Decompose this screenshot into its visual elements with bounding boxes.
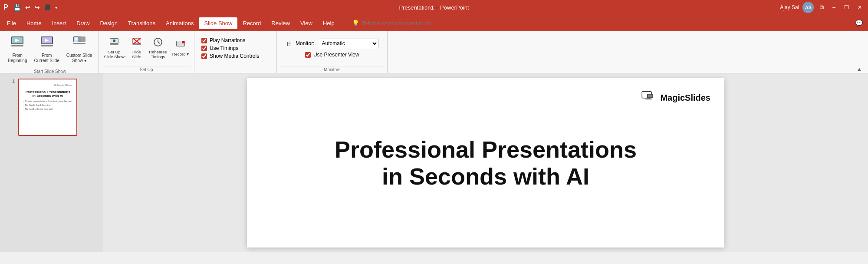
group-setup: Set UpSlide Show HideSlide RehearseTimin… [99, 31, 194, 73]
slide-thumbnail[interactable]: 🖼 MagicSlides Professional Presentations… [18, 79, 77, 136]
user-name: Ajay Sai [780, 4, 799, 10]
presenter-view-row: Use Presenter View [305, 52, 359, 58]
menu-transitions[interactable]: Transitions [123, 17, 161, 29]
monitor-label: Monitor: [296, 40, 314, 46]
main-area: 1 🖼 MagicSlides Professional Presentatio… [0, 73, 868, 252]
setup-show-button[interactable]: Set UpSlide Show [102, 36, 126, 60]
record-icon [176, 40, 185, 51]
setup-show-icon [109, 37, 119, 49]
svg-rect-21 [132, 44, 141, 45]
monitors-label: Monitors [280, 66, 384, 73]
svg-rect-7 [41, 45, 53, 46]
start-slideshow-buttons: FromBeginning FromCurrent Slide Custom S… [5, 31, 95, 67]
tell-me-input[interactable] [362, 20, 457, 26]
setup-label: Set Up [102, 66, 191, 73]
svg-rect-31 [648, 95, 652, 97]
from-current-label: FromCurrent Slide [34, 53, 59, 63]
from-current-button[interactable]: FromCurrent Slide [31, 33, 62, 65]
quick-undo-icon[interactable]: ↩ [24, 3, 31, 12]
restore-down-btn[interactable]: ⧉ [817, 3, 826, 12]
from-current-icon [40, 35, 54, 52]
play-narrations-input[interactable] [201, 38, 207, 43]
svg-point-27 [182, 41, 184, 43]
tell-me-bar[interactable]: 💡 [349, 20, 461, 26]
play-narrations-checkbox[interactable]: Play Narrations [201, 37, 245, 43]
menu-home[interactable]: Home [21, 17, 47, 29]
thumb-bullets: • Create presentations from text, youtub… [23, 99, 72, 111]
quick-save-icon[interactable]: 💾 [13, 3, 22, 12]
menu-insert[interactable]: Insert [47, 17, 72, 29]
user-avatar[interactable]: AS [802, 2, 814, 13]
group-start-slideshow: FromBeginning FromCurrent Slide Custom S… [2, 31, 99, 73]
ribbon: FromBeginning FromCurrent Slide Custom S… [0, 31, 868, 73]
menu-review[interactable]: Review [266, 17, 295, 29]
setup-show-label: Set UpSlide Show [104, 50, 125, 59]
from-beginning-button[interactable]: FromBeginning [5, 33, 30, 65]
slide-canvas[interactable]: MagicSlides Professional Presentations i… [247, 78, 724, 248]
slide-panel: 1 🖼 MagicSlides Professional Presentatio… [0, 73, 103, 252]
hide-slide-button[interactable]: HideSlide [128, 36, 145, 60]
magic-slides-icon [641, 89, 657, 107]
use-timings-input[interactable] [201, 46, 207, 51]
custom-show-label: Custom SlideShow ▾ [66, 53, 92, 63]
from-beginning-icon [10, 35, 24, 52]
menu-record[interactable]: Record [237, 17, 266, 29]
quick-present-icon[interactable]: ⬛ [43, 3, 52, 11]
record-label: Record ▾ [172, 52, 189, 56]
minimize-button[interactable]: – [830, 3, 838, 11]
menu-bar: File Home Insert Draw Design Transitions… [0, 15, 868, 31]
use-timings-checkbox[interactable]: Use Timings [201, 45, 238, 51]
hide-slide-icon [132, 37, 141, 49]
thumb-logo: 🖼 MagicSlides [54, 84, 72, 86]
slide-main-title: Professional Presentations in Seconds wi… [317, 136, 654, 190]
monitor-icon: 🖥 [286, 40, 292, 47]
svg-rect-11 [73, 43, 85, 44]
menu-help[interactable]: Help [318, 17, 340, 29]
show-media-controls-checkbox[interactable]: Show Media Controls [201, 53, 259, 59]
rehearse-timings-icon [153, 37, 163, 49]
hide-slide-label: HideSlide [132, 50, 141, 59]
show-media-controls-label: Show Media Controls [210, 53, 259, 59]
slide-number: 1 [12, 79, 15, 84]
quick-redo-icon[interactable]: ↪ [34, 3, 41, 12]
show-media-controls-input[interactable] [201, 53, 207, 59]
rehearse-timings-label: RehearseTimings [149, 50, 167, 59]
ribbon-content: FromBeginning FromCurrent Slide Custom S… [0, 31, 868, 73]
menu-slideshow[interactable]: Slide Show [199, 17, 237, 29]
menu-animations[interactable]: Animations [161, 17, 199, 29]
magic-slides-text: MagicSlides [660, 93, 710, 103]
menu-view[interactable]: View [295, 17, 318, 29]
presenter-view-checkbox[interactable] [305, 52, 311, 58]
title-bar-left: P 💾 ↩ ↪ ⬛ ▾ [3, 3, 58, 12]
title-bar-right: Ajay Sai AS ⧉ – ❐ ✕ [780, 2, 865, 13]
svg-rect-10 [78, 36, 85, 42]
close-button[interactable]: ✕ [855, 3, 865, 11]
menu-draw[interactable]: Draw [71, 17, 95, 29]
custom-show-icon [72, 35, 86, 52]
menu-design[interactable]: Design [95, 17, 123, 29]
menu-file[interactable]: File [2, 17, 21, 29]
monitor-select[interactable]: Automatic Primary Monitor [318, 39, 378, 48]
app-icon: P [3, 3, 8, 11]
slide-canvas-area: MagicSlides Professional Presentations i… [103, 73, 868, 252]
use-timings-label: Use Timings [210, 45, 238, 51]
thumb-title: Professional Presentations in Seconds wi… [23, 90, 72, 98]
svg-rect-3 [11, 45, 23, 46]
presenter-view-label: Use Presenter View [313, 52, 359, 58]
collapse-ribbon-button[interactable]: ▲ [854, 65, 865, 73]
restore-button[interactable]: ❐ [842, 3, 852, 11]
comments-icon[interactable]: 💬 [855, 20, 863, 26]
magic-slides-logo: MagicSlides [641, 89, 710, 107]
quick-access-dropdown-icon[interactable]: ▾ [54, 4, 58, 11]
svg-rect-32 [645, 99, 652, 99]
rehearse-timings-button[interactable]: RehearseTimings [147, 36, 169, 60]
from-beginning-label: FromBeginning [8, 53, 27, 63]
lightbulb-icon: 💡 [352, 20, 359, 26]
custom-show-button[interactable]: Custom SlideShow ▾ [64, 33, 95, 65]
setup-buttons: Set UpSlide Show HideSlide RehearseTimin… [102, 31, 191, 65]
play-narrations-label: Play Narrations [210, 37, 245, 43]
monitor-row: 🖥 Monitor: Automatic Primary Monitor [286, 39, 378, 48]
checkbox-options: Play Narrations Use Timings Show Media C… [198, 31, 273, 65]
record-button[interactable]: Record ▾ [171, 38, 191, 58]
thumb-content: 🖼 MagicSlides Professional Presentations… [21, 81, 75, 133]
